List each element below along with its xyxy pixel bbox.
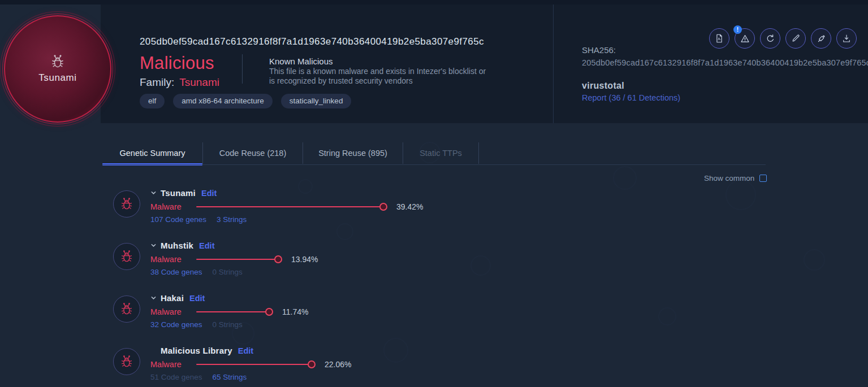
alerts-button[interactable]: ! xyxy=(735,28,755,49)
match-percent: 22.06% xyxy=(325,360,351,369)
tag-elf: elf xyxy=(140,94,165,108)
family-name: Muhstik xyxy=(161,241,193,250)
strings-link[interactable]: 0 Strings xyxy=(213,320,243,329)
category-label: Malware xyxy=(150,255,196,264)
match-track xyxy=(196,311,266,312)
family-name: Hakai xyxy=(161,293,184,303)
gene-match-slider: Malware 11.74% xyxy=(150,305,308,319)
top-strip xyxy=(0,0,868,5)
match-track xyxy=(196,259,275,260)
match-marker xyxy=(379,203,387,211)
family-row: Tsunami Edit Malware 39.42% 107 Code gen… xyxy=(113,187,423,240)
match-track xyxy=(196,364,308,365)
virustotal-report-link[interactable]: Report (36 / 61 Detections) xyxy=(582,93,868,102)
bug-icon xyxy=(120,250,133,263)
edit-family-link[interactable]: Edit xyxy=(189,294,205,303)
show-common-control: Show common xyxy=(704,174,767,182)
gene-match-slider: Malware 39.42% xyxy=(150,199,423,214)
gene-match-slider: Malware 13.94% xyxy=(150,252,318,266)
edit-family-link[interactable]: Edit xyxy=(199,241,214,250)
show-common-label: Show common xyxy=(704,174,754,182)
family-row: Muhstik Edit Malware 13.94% 38 Code gene… xyxy=(113,240,423,292)
panel-divider xyxy=(553,5,554,123)
category-label: Malware xyxy=(150,307,196,316)
family-line: Family:Tsunami xyxy=(140,76,219,89)
edit-icon xyxy=(791,33,801,44)
tab-code-reuse[interactable]: Code Reuse (218) xyxy=(203,142,303,164)
tab-genetic-summary[interactable]: Genetic Summary xyxy=(102,142,203,164)
reanalyze-icon xyxy=(765,33,776,44)
header-divider xyxy=(242,54,243,84)
family-name: Tsunami xyxy=(179,76,219,88)
file-hash-title: 205db0ef59cad167c6132916f8f7a1d1963e740b… xyxy=(140,36,484,47)
download-button[interactable] xyxy=(836,28,857,49)
virustotal-logo: virustotal xyxy=(582,81,868,91)
dynamic-execution-icon xyxy=(816,33,827,44)
code-genes-link[interactable]: 38 Code genes xyxy=(150,268,202,276)
bug-icon xyxy=(120,197,133,211)
match-percent: 13.94% xyxy=(291,255,318,264)
alert-badge: ! xyxy=(733,25,742,34)
chevron-down-icon[interactable] xyxy=(150,242,157,249)
verdict-description: This file is a known malware and exists … xyxy=(269,67,493,86)
verdict-label: Malicious xyxy=(140,53,214,73)
edit-button[interactable] xyxy=(785,28,806,49)
match-marker xyxy=(274,255,282,263)
header-panel: 205db0ef59cad167c6132916f8f7a1d1963e740b… xyxy=(101,5,868,123)
code-genes-link[interactable]: 51 Code genes xyxy=(150,373,202,381)
code-genes-link[interactable]: 107 Code genes xyxy=(150,215,206,224)
sha256-value: 205db0ef59cad167c6132916f8f7a1d1963e740b… xyxy=(582,58,868,67)
pdf-report-button[interactable] xyxy=(709,28,729,49)
strings-link[interactable]: 0 Strings xyxy=(213,268,243,276)
family-avatar xyxy=(113,295,140,323)
strings-link[interactable]: 65 Strings xyxy=(213,373,247,381)
tag-statically-linked: statically_linked xyxy=(281,94,352,108)
match-percent: 11.74% xyxy=(282,307,308,316)
tab-static-ttps[interactable]: Static TTPs xyxy=(403,142,479,164)
match-percent: 39.42% xyxy=(396,202,423,211)
edit-family-link[interactable]: Edit xyxy=(238,346,253,355)
download-icon xyxy=(841,33,852,44)
tab-string-reuse[interactable]: String Reuse (895) xyxy=(303,142,403,164)
bug-icon xyxy=(120,355,133,368)
tab-bar: Genetic Summary Code Reuse (218) String … xyxy=(102,142,479,164)
dynamic-execution-button[interactable] xyxy=(811,28,831,49)
match-marker xyxy=(265,308,273,316)
tab-hairline xyxy=(102,164,766,165)
bug-icon xyxy=(120,302,133,316)
family-list: Tsunami Edit Malware 39.42% 107 Code gen… xyxy=(113,187,423,387)
family-avatar xyxy=(113,190,140,218)
reanalyze-button[interactable] xyxy=(760,28,780,49)
tag-architecture: amd x86-64 architecture xyxy=(173,94,273,108)
show-common-checkbox[interactable] xyxy=(759,175,767,182)
category-label: Malware xyxy=(150,202,196,211)
strings-link[interactable]: 3 Strings xyxy=(217,215,247,224)
family-row: Hakai Edit Malware 11.74% 32 Code genes … xyxy=(113,292,423,345)
family-name: Malicious Library xyxy=(161,346,232,355)
verdict-title: Known Malicious xyxy=(269,56,333,66)
chevron-down-icon[interactable] xyxy=(150,295,157,301)
family-avatar xyxy=(113,348,140,375)
toolbar: ! xyxy=(709,28,857,49)
family-logo: Tsunami xyxy=(4,15,111,123)
alerts-icon xyxy=(740,33,750,44)
bug-icon xyxy=(50,54,65,69)
code-genes-link[interactable]: 32 Code genes xyxy=(150,320,202,329)
match-marker xyxy=(308,360,316,368)
pdf-report-icon xyxy=(714,33,724,44)
edit-family-link[interactable]: Edit xyxy=(201,189,217,198)
category-label: Malware xyxy=(150,360,196,369)
chevron-down-icon[interactable] xyxy=(150,190,157,196)
family-row: Malicious Library Edit Malware 22.06% 51… xyxy=(113,345,423,387)
family-label: Family: xyxy=(140,76,174,88)
family-avatar xyxy=(113,243,140,270)
match-track xyxy=(196,206,380,207)
gene-match-slider: Malware 22.06% xyxy=(150,357,351,371)
tag-list: elf amd x86-64 architecture statically_l… xyxy=(140,94,351,108)
sha-panel: SHA256: 205db0ef59cad167c6132916f8f7a1d1… xyxy=(582,45,868,102)
family-name: Tsunami xyxy=(161,188,196,198)
logo-label: Tsunami xyxy=(38,72,77,84)
